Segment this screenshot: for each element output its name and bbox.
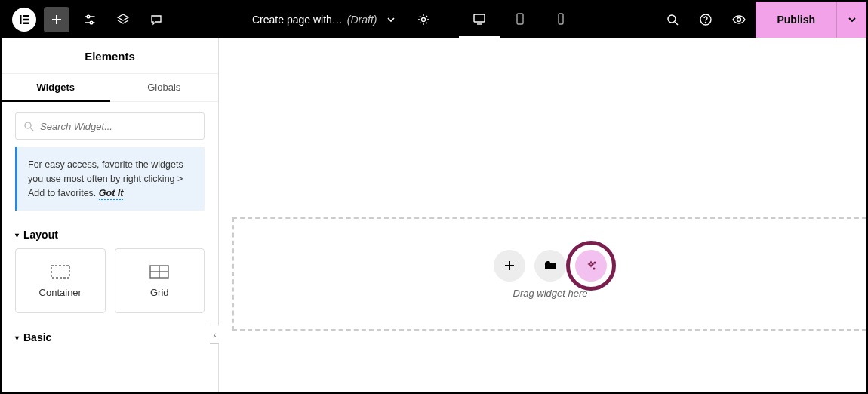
- notice-gotit[interactable]: Got It: [99, 188, 124, 200]
- document-title-area[interactable]: Create page with… (Draft): [252, 7, 436, 32]
- search-input[interactable]: [40, 121, 196, 132]
- svg-marker-10: [118, 14, 128, 20]
- panel-tabs: Widgets Globals: [2, 74, 218, 102]
- section-basic-header[interactable]: ▾ Basic: [2, 313, 218, 351]
- device-mobile[interactable]: [540, 2, 581, 38]
- svg-rect-12: [474, 14, 485, 22]
- grid-icon: [149, 264, 170, 279]
- svg-point-7: [87, 15, 90, 18]
- tab-globals[interactable]: Globals: [110, 74, 219, 102]
- document-status: (Draft): [347, 14, 377, 26]
- tab-widgets[interactable]: Widgets: [2, 74, 110, 102]
- empty-dropzone[interactable]: Drag widget here: [232, 217, 866, 331]
- svg-point-21: [25, 122, 31, 128]
- section-layout-header[interactable]: ▾ Layout: [2, 211, 218, 248]
- template-library-button[interactable]: [534, 250, 566, 282]
- svg-line-22: [30, 128, 33, 131]
- document-title: Create page with…: [252, 14, 343, 26]
- gear-icon[interactable]: [411, 7, 436, 32]
- publish-label: Publish: [777, 14, 815, 26]
- add-element-button[interactable]: [44, 7, 69, 32]
- chevron-down-icon[interactable]: [386, 15, 396, 24]
- svg-rect-1: [23, 15, 29, 17]
- ai-generate-button[interactable]: [575, 250, 607, 282]
- device-tablet[interactable]: [500, 2, 540, 38]
- add-section-button[interactable]: [494, 250, 525, 282]
- device-switcher: [459, 2, 581, 38]
- widget-container-label: Container: [39, 287, 82, 298]
- section-basic-label: Basic: [23, 331, 51, 343]
- topbar-right: [656, 7, 756, 32]
- settings-sliders-icon[interactable]: [77, 7, 103, 32]
- svg-point-9: [90, 21, 93, 24]
- svg-point-30: [593, 268, 595, 269]
- publish-button[interactable]: Publish: [756, 2, 836, 38]
- search-icon[interactable]: [656, 7, 689, 32]
- svg-rect-15: [559, 14, 563, 24]
- svg-rect-14: [517, 14, 523, 24]
- section-layout-label: Layout: [23, 229, 58, 241]
- search-icon: [23, 121, 34, 131]
- device-desktop[interactable]: [459, 2, 500, 38]
- dropzone-label: Drag widget here: [513, 288, 588, 299]
- svg-rect-0: [20, 15, 22, 24]
- publish-options[interactable]: [836, 2, 866, 38]
- elements-panel: Elements Widgets Globals For easy access…: [2, 38, 219, 392]
- svg-point-29: [594, 262, 596, 263]
- comment-icon[interactable]: [143, 7, 169, 32]
- widget-container[interactable]: Container: [15, 248, 106, 313]
- topbar: Create page with… (Draft) Publis: [2, 2, 866, 38]
- svg-point-16: [668, 15, 676, 23]
- svg-rect-3: [23, 23, 29, 25]
- elementor-logo[interactable]: [12, 8, 36, 32]
- caret-down-icon: ▾: [15, 334, 19, 342]
- widget-grid-label: Grid: [150, 287, 169, 298]
- svg-point-11: [421, 18, 425, 22]
- svg-line-17: [675, 22, 678, 25]
- preview-icon[interactable]: [722, 7, 756, 32]
- svg-point-20: [737, 18, 741, 22]
- help-icon[interactable]: [689, 7, 722, 32]
- svg-rect-2: [23, 19, 29, 21]
- editor-canvas[interactable]: Drag widget here: [219, 38, 866, 392]
- panel-heading: Elements: [2, 38, 218, 74]
- widget-grid[interactable]: Grid: [115, 248, 205, 313]
- caret-down-icon: ▾: [15, 231, 19, 239]
- svg-point-19: [706, 22, 706, 23]
- favorites-notice: For easy access, favorite the widgets yo…: [15, 147, 205, 211]
- search-widget[interactable]: [15, 112, 205, 140]
- layers-icon[interactable]: [110, 7, 136, 32]
- container-icon: [50, 264, 71, 279]
- svg-rect-23: [51, 266, 69, 278]
